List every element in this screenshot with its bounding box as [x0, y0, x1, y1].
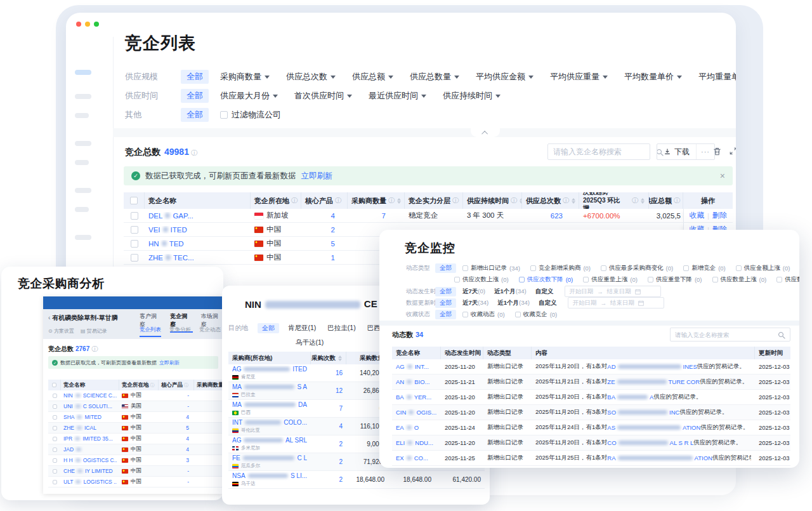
info-icon[interactable]: ⓘ: [91, 345, 98, 352]
filter-checkbox[interactable]: 竞企新增采购商(0): [530, 264, 591, 272]
close-window-icon[interactable]: [76, 22, 81, 27]
competitor-search-input[interactable]: [547, 143, 650, 160]
row-checkbox[interactable]: [53, 458, 57, 463]
core-product-count[interactable]: -: [159, 401, 194, 411]
filter-dropdown[interactable]: 供应总次数: [286, 71, 336, 83]
core-product-count[interactable]: 3: [159, 455, 194, 465]
row-checkbox[interactable]: [131, 212, 138, 220]
filter-checkbox[interactable]: 新增竞企(0): [683, 264, 726, 272]
company-name-link[interactable]: ELINDU...: [396, 439, 433, 446]
row-checkbox[interactable]: [131, 240, 138, 248]
filter-dropdown[interactable]: 平均重量单价: [698, 71, 736, 83]
fullscreen-button[interactable]: [729, 147, 736, 156]
row-checkbox[interactable]: [53, 469, 57, 474]
row-checkbox[interactable]: [131, 226, 138, 234]
sort-icon[interactable]: [641, 198, 645, 204]
quick-date-option[interactable]: 近7天(0): [462, 288, 485, 296]
purchase-times[interactable]: 12: [311, 382, 346, 399]
delete-link[interactable]: 删除: [712, 211, 727, 220]
buyer-count[interactable]: 7: [348, 209, 405, 222]
company-link-fragment[interactable]: ATION: [695, 455, 712, 461]
trade-records-button[interactable]: ▤ 贸易记录: [81, 328, 107, 335]
sub-tab[interactable]: 竞企动态: [199, 326, 221, 337]
sidebar-skeleton-item[interactable]: [75, 160, 89, 165]
filter-all-chip[interactable]: 全部: [181, 89, 209, 103]
filter-dropdown[interactable]: 平均供应金额: [476, 71, 534, 83]
buyer-name-link[interactable]: AGITED: [232, 366, 307, 373]
maximize-window-icon[interactable]: [94, 22, 99, 27]
row-checkbox[interactable]: [131, 254, 138, 262]
info-icon[interactable]: ⓘ: [563, 196, 569, 205]
row-checkbox[interactable]: [53, 404, 57, 409]
filter-checkbox[interactable]: 供应数量下降(0): [776, 275, 799, 284]
company-link-fragment[interactable]: AL S R L: [670, 439, 694, 446]
company-name-link[interactable]: ZHEICAL: [63, 425, 96, 431]
company-name-link[interactable]: CHEIY LIMITED: [63, 468, 113, 474]
row-checkbox[interactable]: [53, 426, 57, 430]
row-checkbox[interactable]: [53, 415, 57, 420]
core-product-count[interactable]: 2: [301, 223, 348, 236]
filter-dropdown[interactable]: 采购商数量: [220, 71, 270, 83]
company-name-link[interactable]: UNIC SOLUTI...: [63, 403, 112, 409]
company-name-link[interactable]: IPRIMITED 35...: [63, 435, 113, 442]
sidebar-skeleton-item[interactable]: [75, 141, 91, 146]
select-all-checkbox[interactable]: [52, 383, 56, 387]
info-icon[interactable]: ⓘ: [452, 196, 459, 205]
sort-icon[interactable]: [397, 198, 401, 204]
sub-tab[interactable]: 竞企列表: [140, 326, 161, 337]
company-name-link[interactable]: JAD: [63, 446, 84, 453]
sidebar-skeleton-item[interactable]: [75, 113, 89, 118]
info-icon[interactable]: ⓘ: [335, 196, 341, 205]
quick-date-option[interactable]: 近1个月(34): [494, 288, 527, 296]
filter-checkbox[interactable]: 收藏动态(0): [462, 310, 505, 319]
buyer-name-link[interactable]: FEC L: [232, 455, 307, 461]
core-product-count[interactable]: 4: [301, 209, 348, 222]
row-checkbox[interactable]: [53, 437, 57, 441]
download-button[interactable]: 下载: [657, 144, 696, 159]
purchase-times[interactable]: 2: [311, 471, 346, 488]
company-name-link[interactable]: DELGAP...: [148, 212, 193, 220]
sidebar-skeleton-item[interactable]: [75, 188, 91, 193]
core-product-count[interactable]: 4: [159, 412, 194, 422]
sidebar-skeleton-item[interactable]: [75, 207, 89, 212]
company-link-fragment[interactable]: BA: [607, 394, 615, 401]
custom-date-option[interactable]: 自定义: [539, 299, 557, 307]
company-link-fragment[interactable]: INC: [669, 409, 679, 416]
purchase-times[interactable]: 4: [311, 418, 346, 435]
company-link-fragment[interactable]: AS: [607, 424, 615, 431]
core-product-count[interactable]: -: [159, 390, 194, 401]
delete-button[interactable]: [712, 147, 722, 156]
buyer-name-link[interactable]: AGAL SRL: [232, 437, 307, 444]
company-name-link[interactable]: BAYER...: [396, 394, 431, 401]
filter-checkbox[interactable]: 供应金额上涨(0): [736, 264, 790, 272]
info-icon[interactable]: ⓘ: [191, 149, 197, 156]
purchase-times[interactable]: 7: [311, 400, 346, 417]
favorite-link[interactable]: 收藏: [690, 211, 704, 220]
filter-checkbox[interactable]: 收藏竞企(0): [515, 310, 558, 319]
core-product-count[interactable]: -: [159, 466, 194, 476]
company-name-link[interactable]: NINSCIENCE C...: [63, 392, 117, 399]
filter-all-chip[interactable]: 全部: [181, 108, 209, 122]
filter-all-chip[interactable]: 全部: [435, 263, 456, 273]
info-icon[interactable]: ⓘ: [674, 196, 680, 205]
filter-dropdown[interactable]: 首次供应时间: [294, 90, 352, 102]
filter-checkbox[interactable]: 供应最多采购商变化(0): [601, 264, 673, 272]
row-checkbox[interactable]: [53, 480, 57, 484]
filter-all-chip[interactable]: 全部: [435, 287, 456, 296]
filter-checkbox[interactable]: 供应重量上涨(0): [583, 275, 638, 284]
sub-tab[interactable]: 竞争分析: [169, 326, 191, 337]
search-input[interactable]: [548, 147, 657, 156]
filter-checkbox[interactable]: 供应次数上涨(0): [454, 275, 509, 284]
date-range-input[interactable]: 开始日期 → 结束日期: [568, 297, 664, 309]
filter-dropdown[interactable]: 平均数量单价: [624, 71, 682, 83]
company-link-fragment[interactable]: AD: [607, 363, 615, 370]
buyer-name-link[interactable]: MADA: [232, 401, 307, 408]
filter-dropdown[interactable]: 供应最大月份: [220, 90, 278, 102]
buyer-name-link[interactable]: MAS A: [232, 383, 307, 390]
quick-date-option[interactable]: 近7天(34): [462, 299, 488, 307]
company-link-fragment[interactable]: CO: [607, 439, 616, 446]
company-name-link[interactable]: CINOGIS...: [396, 409, 436, 416]
info-icon[interactable]: ⓘ: [291, 196, 298, 205]
info-icon[interactable]: ⓘ: [632, 196, 638, 205]
buyer-name-link[interactable]: INTCOLO...: [232, 419, 307, 426]
